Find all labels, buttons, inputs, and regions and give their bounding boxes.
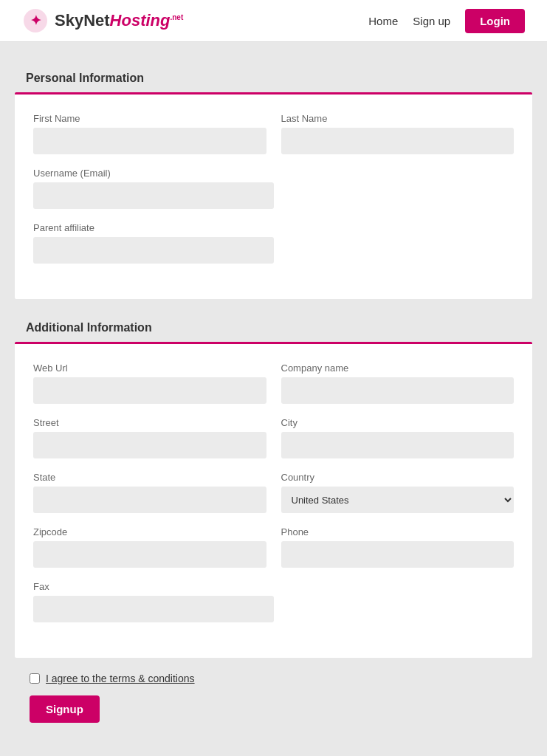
logo-icon: ✦ [22, 7, 49, 34]
username-label: Username (Email) [33, 168, 274, 179]
brand-sup: .net [170, 13, 183, 21]
company-name-group: Company name [281, 362, 515, 404]
last-name-group: Last Name [281, 113, 515, 154]
company-name-input[interactable] [281, 377, 515, 404]
svg-text:✦: ✦ [30, 13, 41, 28]
username-group: Username (Email) [33, 168, 274, 209]
web-url-label: Web Url [33, 362, 266, 374]
web-url-input[interactable] [33, 377, 266, 404]
street-city-row: Street City [33, 417, 514, 458]
parent-affiliate-label: Parent affiliate [33, 222, 274, 233]
country-group: Country United States Canada United King… [281, 472, 515, 513]
zipcode-label: Zipcode [33, 526, 266, 537]
first-name-group: First Name [33, 113, 266, 154]
nav-signup[interactable]: Sign up [413, 15, 450, 27]
phone-label: Phone [281, 526, 515, 537]
parent-affiliate-input[interactable] [33, 237, 274, 264]
username-row: Username (Email) [33, 168, 274, 209]
name-row: First Name Last Name [33, 113, 514, 154]
nav-home[interactable]: Home [368, 15, 398, 27]
signup-button[interactable]: Signup [30, 695, 100, 723]
logo: ✦ SkyNetHosting.net [22, 7, 183, 34]
first-name-label: First Name [33, 113, 266, 124]
brand-regular: SkyNet [55, 11, 110, 30]
city-group: City [281, 417, 515, 458]
last-name-input[interactable] [281, 128, 515, 154]
zip-phone-row: Zipcode Phone [33, 526, 514, 568]
state-label: State [33, 472, 266, 483]
fax-input[interactable] [33, 596, 274, 622]
fax-row: Fax [33, 581, 274, 622]
city-input[interactable] [281, 432, 515, 458]
additional-section-card: Web Url Company name Street City [15, 342, 532, 658]
terms-row: I agree to the terms & conditions [15, 673, 532, 684]
phone-input[interactable] [281, 541, 515, 568]
street-input[interactable] [33, 432, 266, 458]
additional-section-wrapper: Additional Information Web Url Company n… [15, 314, 532, 658]
fax-group: Fax [33, 581, 274, 622]
brand-italic: Hosting [110, 11, 171, 30]
last-name-label: Last Name [281, 113, 515, 124]
state-country-row: State Country United States Canada Unite… [33, 472, 514, 513]
state-group: State [33, 472, 266, 513]
personal-section-title: Personal Information [15, 64, 532, 92]
logo-text: SkyNetHosting.net [55, 13, 183, 29]
city-label: City [281, 417, 515, 428]
country-label: Country [281, 472, 515, 483]
terms-link[interactable]: I agree to the terms & conditions [46, 673, 195, 684]
zipcode-group: Zipcode [33, 526, 266, 568]
personal-section-card: First Name Last Name Username (Email) Pa… [15, 92, 532, 299]
username-input[interactable] [33, 182, 274, 209]
web-url-group: Web Url [33, 362, 266, 404]
header: ✦ SkyNetHosting.net Home Sign up Login [0, 0, 547, 42]
login-button[interactable]: Login [465, 9, 525, 33]
phone-group: Phone [281, 526, 515, 568]
main-content: Personal Information First Name Last Nam… [0, 42, 547, 756]
state-input[interactable] [33, 487, 266, 513]
terms-checkbox[interactable] [30, 673, 40, 684]
street-label: Street [33, 417, 266, 428]
parent-affiliate-row: Parent affiliate [33, 222, 274, 264]
parent-affiliate-group: Parent affiliate [33, 222, 274, 264]
additional-section-title: Additional Information [15, 314, 532, 342]
first-name-input[interactable] [33, 128, 266, 154]
fax-label: Fax [33, 581, 274, 592]
header-nav: Home Sign up Login [368, 9, 525, 33]
street-group: Street [33, 417, 266, 458]
company-name-label: Company name [281, 362, 515, 374]
country-select[interactable]: United States Canada United Kingdom Aust… [281, 487, 515, 513]
web-company-row: Web Url Company name [33, 362, 514, 404]
personal-section-wrapper: Personal Information First Name Last Nam… [15, 64, 532, 299]
zipcode-input[interactable] [33, 541, 266, 568]
